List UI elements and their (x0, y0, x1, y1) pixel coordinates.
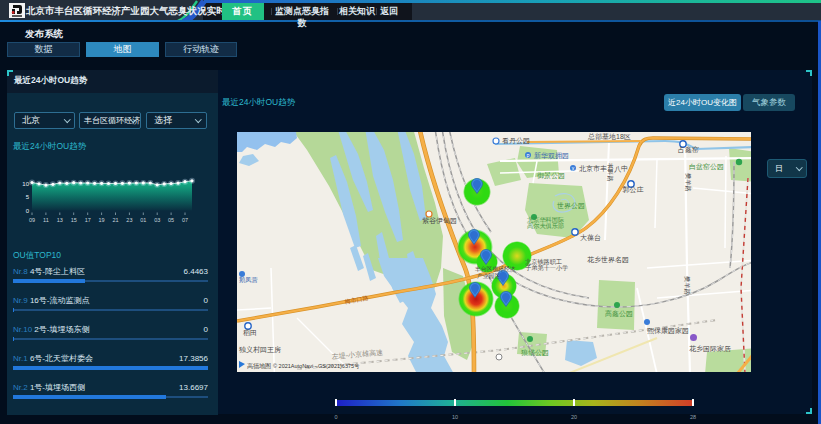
svg-text:狼垡公园: 狼垡公园 (521, 349, 549, 357)
svg-text:高尔夫俱乐部: 高尔夫俱乐部 (527, 222, 564, 230)
svg-text:高鑫公园: 高鑫公园 (605, 310, 633, 318)
svg-text:13: 13 (57, 217, 63, 223)
svg-text:郭公庄: 郭公庄 (623, 186, 644, 194)
svg-text:03: 03 (154, 217, 160, 223)
svg-text:19: 19 (99, 217, 105, 223)
svg-text:17: 17 (85, 217, 91, 223)
svg-text:樊羊路: 樊羊路 (683, 276, 691, 295)
svg-text:5: 5 (26, 194, 30, 200)
svg-text:独义村回王房: 独义村回王房 (239, 346, 281, 354)
svg-text:大葆台: 大葆台 (580, 234, 601, 242)
svg-text:花乡国际家居: 花乡国际家居 (689, 345, 731, 353)
svg-text:鹅凤营: 鹅凤营 (239, 276, 258, 284)
svg-text:11: 11 (43, 217, 49, 223)
svg-text:白盆窑公园: 白盆窑公园 (689, 163, 724, 171)
svg-text:15: 15 (71, 217, 77, 223)
svg-text:总部基地18区: 总部基地18区 (587, 133, 631, 141)
svg-text:高德地图: 高德地图 (247, 362, 271, 370)
svg-text:御景公园: 御景公园 (537, 172, 565, 180)
svg-text:占鑫窑: 占鑫窑 (678, 146, 699, 154)
svg-text:09: 09 (29, 217, 35, 223)
svg-text:P: P (526, 154, 529, 159)
svg-text:07: 07 (182, 217, 188, 223)
svg-text:10: 10 (22, 181, 29, 187)
svg-text:看丹公园: 看丹公园 (502, 137, 530, 145)
svg-text:樊羊路: 樊羊路 (684, 173, 692, 192)
svg-text:产业园区: 产业园区 (477, 272, 500, 280)
svg-text:丰台区循环经济: 丰台区循环经济 (475, 265, 516, 273)
svg-text:0: 0 (26, 208, 30, 214)
svg-text:子弟第十一小学: 子弟第十一小学 (525, 264, 568, 272)
svg-text:21: 21 (112, 217, 118, 223)
svg-text:世界公园: 世界公园 (557, 202, 585, 210)
svg-text:紫谷伊甸园: 紫谷伊甸园 (422, 217, 457, 225)
svg-text:X: X (571, 167, 574, 172)
svg-text:© 2021AutoNavi - GS(2021)6375号: © 2021AutoNavi - GS(2021)6375号 (273, 363, 360, 369)
svg-text:北京市丰台八中: 北京市丰台八中 (579, 164, 628, 173)
svg-text:熙保康园家园: 熙保康园家园 (647, 326, 689, 335)
svg-text:新华双拥园: 新华双拥园 (534, 151, 569, 160)
svg-text:23: 23 (126, 217, 132, 223)
svg-text:05: 05 (168, 217, 174, 223)
svg-text:花乡世界名园: 花乡世界名园 (587, 256, 629, 264)
svg-text:01: 01 (140, 217, 146, 223)
svg-text:稻田: 稻田 (243, 329, 257, 337)
svg-text:丰科路: 丰科路 (606, 162, 614, 182)
